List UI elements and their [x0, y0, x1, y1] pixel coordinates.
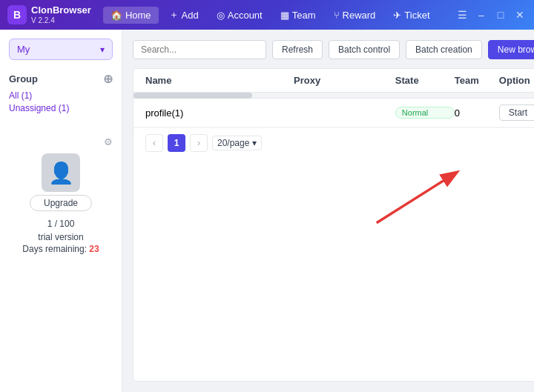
table-header: Name Proxy State Team Option	[134, 69, 534, 93]
table-row: profile(1) Normal 0 Start ···	[134, 99, 534, 127]
row-actions: Start ···	[499, 104, 534, 121]
current-page[interactable]: 1	[168, 134, 185, 152]
app-version: V 2.2.4	[31, 16, 91, 24]
sidebar: My ▾ Group ⊕ All (1) Unassigned (1) ⚙ 👤 …	[0, 30, 122, 392]
new-profile-button[interactable]: New browser profile	[488, 40, 534, 59]
nav-item-reward[interactable]: ⑂ Reward	[326, 7, 383, 24]
profile-table: Name Proxy State Team Option profile(1) …	[133, 68, 534, 382]
nav-item-ticket[interactable]: ✈ Ticket	[386, 7, 437, 24]
batch-creation-button[interactable]: Batch creation	[406, 40, 482, 59]
maximize-button[interactable]: □	[494, 8, 507, 21]
profile-dropdown-label: My	[17, 44, 30, 55]
horizontal-scrollbar[interactable]	[134, 93, 534, 99]
group-label: Group	[9, 73, 38, 84]
days-value: 23	[89, 244, 99, 254]
profile-dropdown[interactable]: My ▾	[9, 39, 113, 60]
chevron-down-icon: ▾	[252, 138, 257, 148]
nav-item-home[interactable]: 🏠 Home	[103, 7, 159, 24]
window-controls: ☰ – □ ✕	[455, 8, 527, 21]
ticket-icon: ✈	[393, 10, 401, 21]
team-icon: ▦	[280, 10, 289, 21]
upgrade-button[interactable]: Upgrade	[30, 195, 92, 211]
content-wrapper: Name Proxy State Team Option profile(1) …	[133, 68, 534, 382]
page-size-select[interactable]: 20/page ▾	[212, 136, 262, 150]
account-icon: ◎	[217, 10, 225, 21]
team-value: 0	[455, 107, 499, 119]
chevron-down-icon: ▾	[100, 44, 105, 55]
reward-icon: ⑂	[334, 10, 340, 21]
avatar: 👤	[42, 153, 80, 192]
menu-button[interactable]: ☰	[455, 8, 469, 21]
main-nav: 🏠 Home ＋ Add ◎ Account ▦ Team ⑂ Reward ✈…	[103, 5, 444, 24]
logo-icon: B	[7, 5, 27, 24]
group-unassigned[interactable]: Unassigned (1)	[9, 103, 113, 113]
close-button[interactable]: ✕	[513, 8, 527, 21]
toolbar: Refresh Batch control Batch creation New…	[133, 40, 534, 59]
nav-item-add[interactable]: ＋ Add	[162, 5, 206, 24]
user-section: ⚙ 👤 Upgrade 1 / 100 trial version Days r…	[9, 136, 113, 254]
add-group-button[interactable]: ⊕	[103, 72, 113, 86]
settings-icon[interactable]: ⚙	[104, 136, 113, 147]
next-page-button[interactable]: ›	[190, 134, 208, 152]
nav-item-account[interactable]: ◎ Account	[209, 7, 270, 24]
days-remaining: Days remaining: 23	[22, 244, 99, 254]
refresh-button[interactable]: Refresh	[272, 40, 323, 59]
titlebar: B ClonBrowser V 2.2.4 🏠 Home ＋ Add ◎ Acc…	[0, 0, 534, 30]
minimize-button[interactable]: –	[475, 8, 488, 21]
app-logo: B ClonBrowser V 2.2.4	[7, 5, 91, 24]
content-area: Refresh Batch control Batch creation New…	[122, 30, 534, 392]
state-badge: Normal	[395, 107, 455, 119]
search-input[interactable]	[133, 40, 266, 59]
profile-name: profile(1)	[145, 107, 294, 119]
batch-control-button[interactable]: Batch control	[329, 40, 400, 59]
start-button[interactable]: Start	[499, 104, 534, 121]
prev-page-button[interactable]: ‹	[145, 134, 163, 152]
group-header: Group ⊕	[9, 72, 113, 86]
scroll-thumb[interactable]	[134, 93, 252, 99]
trial-info: 1 / 100 trial version	[38, 217, 83, 244]
app-name: ClonBrowser	[31, 5, 91, 16]
main-layout: My ▾ Group ⊕ All (1) Unassigned (1) ⚙ 👤 …	[0, 30, 534, 392]
group-section: Group ⊕ All (1) Unassigned (1)	[9, 72, 113, 116]
group-all[interactable]: All (1)	[9, 90, 113, 101]
nav-item-team[interactable]: ▦ Team	[273, 7, 323, 24]
add-icon: ＋	[169, 8, 179, 21]
home-icon: 🏠	[111, 10, 122, 21]
pagination: ‹ 1 › 20/page ▾	[134, 127, 534, 158]
